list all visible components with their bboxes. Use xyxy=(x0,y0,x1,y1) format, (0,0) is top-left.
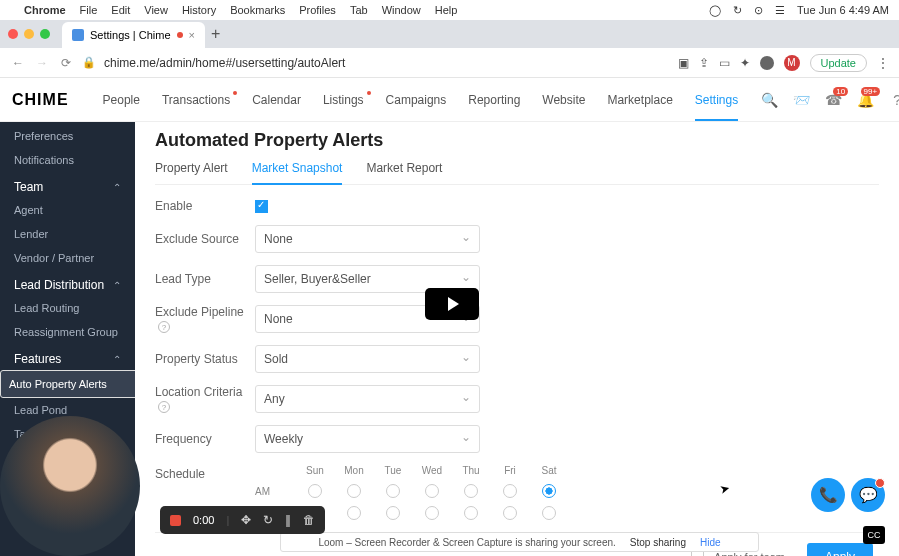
help-icon[interactable]: ? xyxy=(158,401,170,413)
sched-fri-am[interactable] xyxy=(503,484,517,498)
nav-campaigns[interactable]: Campaigns xyxy=(386,93,447,107)
call-button[interactable]: 📞 xyxy=(811,478,845,512)
menu-view[interactable]: View xyxy=(144,4,168,16)
menu-help[interactable]: Help xyxy=(435,4,458,16)
nav-transactions[interactable]: Transactions xyxy=(162,93,230,107)
inbox-icon[interactable]: 📨 xyxy=(792,91,810,109)
nav-reporting[interactable]: Reporting xyxy=(468,93,520,107)
sched-thu-am[interactable] xyxy=(464,484,478,498)
location-criteria-select[interactable]: Any xyxy=(255,385,480,413)
nav-marketplace[interactable]: Marketplace xyxy=(607,93,672,107)
search-icon[interactable]: ⊙ xyxy=(754,4,763,17)
sched-tue-am[interactable] xyxy=(386,484,400,498)
profile-badge[interactable]: M xyxy=(784,55,800,71)
nav-listings[interactable]: Listings xyxy=(323,93,364,107)
sidebar-section-team[interactable]: Team⌃ xyxy=(0,172,135,198)
sidebar-item-lender[interactable]: Lender xyxy=(0,222,135,246)
help-icon[interactable]: ? xyxy=(888,91,899,109)
trash-icon[interactable]: 🗑 xyxy=(303,513,315,527)
kebab-icon[interactable]: ⋮ xyxy=(877,56,889,70)
menu-bookmarks[interactable]: Bookmarks xyxy=(230,4,285,16)
forward-button[interactable]: → xyxy=(34,56,50,70)
sidebar-section-features[interactable]: Features⌃ xyxy=(0,344,135,370)
tab-property-alert[interactable]: Property Alert xyxy=(155,161,228,184)
nav-calendar[interactable]: Calendar xyxy=(252,93,301,107)
sched-sun-am[interactable] xyxy=(308,484,322,498)
sched-mon-am[interactable] xyxy=(347,484,361,498)
sidebar-item-lead-routing[interactable]: Lead Routing xyxy=(0,296,135,320)
menu-window[interactable]: Window xyxy=(382,4,421,16)
property-status-label: Property Status xyxy=(155,352,255,366)
notifications-icon[interactable]: 🔔99+ xyxy=(856,91,874,109)
sync-icon[interactable]: ↻ xyxy=(733,4,742,17)
hide-share-button[interactable]: Hide xyxy=(700,537,721,548)
floating-actions: 📞 💬 xyxy=(811,478,885,512)
window-controls[interactable] xyxy=(8,29,50,39)
apply-button[interactable]: Apply xyxy=(807,543,873,556)
dialer-icon[interactable]: ☎10 xyxy=(824,91,842,109)
new-tab-button[interactable]: + xyxy=(211,25,220,43)
restart-icon[interactable]: ↻ xyxy=(263,513,273,527)
browser-tab[interactable]: Settings | Chime × xyxy=(62,22,205,48)
lock-icon[interactable]: 🔒 xyxy=(82,56,96,69)
move-icon[interactable]: ✥ xyxy=(241,513,251,527)
sched-sat-am[interactable] xyxy=(542,484,556,498)
video-play-button[interactable] xyxy=(425,288,479,320)
menu-tab[interactable]: Tab xyxy=(350,4,368,16)
sidebar-item-vendor[interactable]: Vendor / Partner xyxy=(0,246,135,270)
recording-icon[interactable]: ▣ xyxy=(678,56,689,70)
cc-icon[interactable]: ▭ xyxy=(719,56,730,70)
reload-button[interactable]: ⟳ xyxy=(58,56,74,70)
exclude-source-select[interactable]: None xyxy=(255,225,480,253)
update-button[interactable]: Update xyxy=(810,54,867,72)
sidebar-item-reassignment[interactable]: Reassignment Group xyxy=(0,320,135,344)
close-window-icon[interactable] xyxy=(8,29,18,39)
sidebar-item-agent[interactable]: Agent xyxy=(0,198,135,222)
menu-profiles[interactable]: Profiles xyxy=(299,4,336,16)
share-icon[interactable]: ⇪ xyxy=(699,56,709,70)
address-bar: ← → ⟳ 🔒 chime.me/admin/home#/usersetting… xyxy=(0,48,899,78)
menu-history[interactable]: History xyxy=(182,4,216,16)
menu-app[interactable]: Chrome xyxy=(24,4,66,16)
stop-sharing-button[interactable]: Stop sharing xyxy=(630,537,686,548)
loom-icon[interactable]: ◯ xyxy=(709,4,721,17)
control-icon[interactable]: ☰ xyxy=(775,4,785,17)
sched-fri-pm[interactable] xyxy=(503,506,517,520)
maximize-window-icon[interactable] xyxy=(40,29,50,39)
sched-wed-am[interactable] xyxy=(425,484,439,498)
property-status-select[interactable]: Sold xyxy=(255,345,480,373)
extension-icon[interactable] xyxy=(760,56,774,70)
frequency-select[interactable]: Weekly xyxy=(255,425,480,453)
search-icon[interactable]: 🔍 xyxy=(760,91,778,109)
enable-checkbox[interactable] xyxy=(255,200,268,213)
url-field[interactable]: chime.me/admin/home#/usersetting/autoAle… xyxy=(104,56,670,70)
menu-file[interactable]: File xyxy=(80,4,98,16)
webcam-bubble[interactable] xyxy=(0,416,140,556)
sidebar-item-auto-alerts[interactable]: Auto Property Alerts xyxy=(0,370,135,398)
sidebar-item-preferences[interactable]: Preferences xyxy=(0,124,135,148)
sched-mon-pm[interactable] xyxy=(347,506,361,520)
back-button[interactable]: ← xyxy=(10,56,26,70)
tab-close-icon[interactable]: × xyxy=(189,29,195,41)
stop-record-button[interactable] xyxy=(170,515,181,526)
help-icon[interactable]: ? xyxy=(158,321,170,333)
sched-wed-pm[interactable] xyxy=(425,506,439,520)
sidebar-section-lead-dist[interactable]: Lead Distribution⌃ xyxy=(0,270,135,296)
minimize-window-icon[interactable] xyxy=(24,29,34,39)
tab-market-report[interactable]: Market Report xyxy=(366,161,442,184)
pause-icon[interactable]: ‖ xyxy=(285,513,291,527)
app-logo[interactable]: CHIME xyxy=(12,91,69,109)
clock[interactable]: Tue Jun 6 4:49 AM xyxy=(797,4,889,16)
sidebar-item-notifications[interactable]: Notifications xyxy=(0,148,135,172)
menu-edit[interactable]: Edit xyxy=(111,4,130,16)
nav-people[interactable]: People xyxy=(103,93,140,107)
extensions-icon[interactable]: ✦ xyxy=(740,56,750,70)
sched-sat-pm[interactable] xyxy=(542,506,556,520)
chat-button[interactable]: 💬 xyxy=(851,478,885,512)
sched-thu-pm[interactable] xyxy=(464,506,478,520)
sched-tue-pm[interactable] xyxy=(386,506,400,520)
cc-button[interactable]: CC xyxy=(863,526,885,544)
nav-settings[interactable]: Settings xyxy=(695,93,738,107)
nav-website[interactable]: Website xyxy=(542,93,585,107)
tab-market-snapshot[interactable]: Market Snapshot xyxy=(252,161,343,185)
